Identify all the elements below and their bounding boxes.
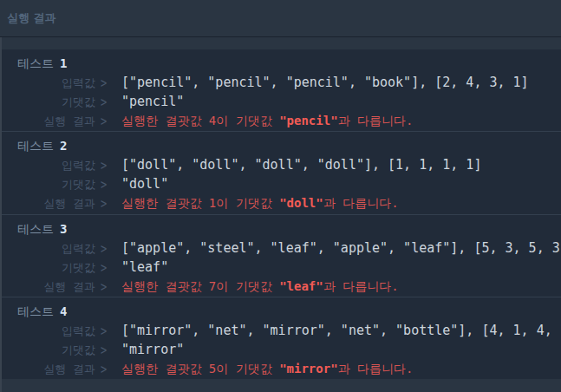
results-area: 테스트1 입력값 > ["pencil", "pencil", "pencil"… bbox=[0, 37, 561, 392]
result-message-suffix: 과 다릅니다. bbox=[323, 279, 399, 293]
input-label: 입력값 bbox=[2, 322, 95, 341]
expected-value: "mirror" bbox=[121, 340, 184, 359]
result-label: 실행 결과 bbox=[2, 194, 95, 213]
expected-value: "leaf" bbox=[121, 258, 168, 277]
test-title-label: 테스트 bbox=[17, 139, 54, 153]
test-number: 1 bbox=[60, 56, 67, 70]
result-message-prefix: 실행한 결괏값 1이 기댓값 bbox=[121, 196, 279, 210]
input-label: 입력값 bbox=[2, 74, 95, 93]
input-row: 입력값 > ["mirror", "net", "mirror", "net",… bbox=[2, 321, 561, 340]
result-message-prefix: 실행한 결괏값 4이 기댓값 bbox=[121, 114, 279, 127]
test-number: 4 bbox=[60, 304, 67, 318]
test-case-2: 테스트2 입력값 > ["doll", "doll", "doll", "dol… bbox=[2, 131, 561, 213]
result-message: 실행한 결괏값 7이 기댓값 "leaf"과 다릅니다. bbox=[121, 277, 399, 296]
panel-title: 실행 결과 bbox=[7, 11, 56, 24]
expected-row: 기댓값 > "mirror" bbox=[2, 340, 561, 359]
result-row: 실행 결과 > 실행한 결괏값 7이 기댓값 "leaf"과 다릅니다. bbox=[2, 277, 561, 296]
chevron-right-icon: > bbox=[101, 357, 111, 379]
input-row: 입력값 > ["pencil", "pencil", "pencil", "bo… bbox=[2, 73, 561, 92]
chevron-right-icon: > bbox=[101, 193, 111, 214]
test-number: 3 bbox=[60, 222, 67, 236]
test-number: 2 bbox=[60, 139, 67, 153]
result-row: 실행 결과 > 실행한 결괏값 4이 기댓값 "pencil"과 다릅니다. bbox=[2, 111, 561, 130]
execution-result-panel: 실행 결과 테스트1 입력값 > ["pencil", "pencil", "p… bbox=[0, 0, 561, 392]
result-message: 실행한 결괏값 5이 기댓값 "mirror"과 다릅니다. bbox=[121, 359, 413, 378]
input-value: ["apple", "steel", "leaf", "apple", "lea… bbox=[121, 238, 561, 258]
test-title-label: 테스트 bbox=[17, 56, 54, 70]
result-message: 실행한 결괏값 4이 기댓값 "pencil"과 다릅니다. bbox=[121, 111, 413, 130]
expected-row: 기댓값 > "doll" bbox=[2, 174, 561, 193]
input-label: 입력값 bbox=[2, 156, 95, 175]
test-case-4: 테스트4 입력값 > ["mirror", "net", "mirror", "… bbox=[2, 297, 561, 379]
input-value: ["doll", "doll", "doll", "doll"], [1, 1,… bbox=[121, 155, 481, 174]
input-row: 입력값 > ["apple", "steel", "leaf", "apple"… bbox=[2, 238, 561, 258]
input-value: ["pencil", "pencil", "pencil", "book"], … bbox=[121, 73, 529, 92]
test-title: 테스트1 bbox=[2, 54, 561, 73]
expected-label: 기댓값 bbox=[2, 258, 95, 278]
result-expected-term: "leaf" bbox=[279, 279, 323, 293]
test-results-list[interactable]: 테스트1 입력값 > ["pencil", "pencil", "pencil"… bbox=[2, 49, 561, 379]
result-label: 실행 결과 bbox=[2, 112, 95, 131]
result-label: 실행 결과 bbox=[2, 278, 95, 297]
result-row: 실행 결과 > 실행한 결괏값 1이 기댓값 "doll"과 다릅니다. bbox=[2, 193, 561, 212]
test-case-1: 테스트1 입력값 > ["pencil", "pencil", "pencil"… bbox=[2, 49, 561, 131]
result-expected-term: "doll" bbox=[279, 196, 323, 210]
result-message-prefix: 실행한 결괏값 5이 기댓값 bbox=[121, 362, 279, 376]
input-label: 입력값 bbox=[2, 239, 95, 258]
result-message-suffix: 과 다릅니다. bbox=[323, 196, 399, 210]
result-row: 실행 결과 > 실행한 결괏값 5이 기댓값 "mirror"과 다릅니다. bbox=[2, 359, 561, 378]
expected-label: 기댓값 bbox=[2, 175, 95, 194]
chevron-right-icon: > bbox=[101, 109, 111, 131]
test-title: 테스트2 bbox=[2, 136, 561, 155]
result-message: 실행한 결괏값 1이 기댓값 "doll"과 다릅니다. bbox=[121, 193, 399, 212]
test-title: 테스트4 bbox=[2, 302, 561, 321]
test-title: 테스트3 bbox=[2, 219, 561, 238]
expected-label: 기댓값 bbox=[2, 93, 95, 112]
chevron-right-icon: > bbox=[101, 275, 111, 297]
expected-value: "pencil" bbox=[121, 92, 184, 111]
test-title-label: 테스트 bbox=[17, 222, 54, 236]
input-row: 입력값 > ["doll", "doll", "doll", "doll"], … bbox=[2, 155, 561, 174]
test-title-label: 테스트 bbox=[17, 304, 54, 318]
result-message-suffix: 과 다릅니다. bbox=[338, 114, 414, 127]
expected-value: "doll" bbox=[121, 174, 168, 193]
result-label: 실행 결과 bbox=[2, 360, 95, 379]
result-expected-term: "mirror" bbox=[279, 362, 337, 376]
expected-row: 기댓값 > "pencil" bbox=[2, 92, 561, 111]
result-expected-term: "pencil" bbox=[279, 114, 337, 127]
input-value: ["mirror", "net", "mirror", "net", "bott… bbox=[121, 321, 561, 340]
result-message-prefix: 실행한 결괏값 7이 기댓값 bbox=[121, 279, 279, 293]
expected-label: 기댓값 bbox=[2, 341, 95, 360]
panel-header: 실행 결과 bbox=[0, 0, 561, 37]
expected-row: 기댓값 > "leaf" bbox=[2, 258, 561, 277]
test-case-3: 테스트3 입력값 > ["apple", "steel", "leaf", "a… bbox=[2, 214, 561, 297]
result-message-suffix: 과 다릅니다. bbox=[338, 362, 414, 376]
